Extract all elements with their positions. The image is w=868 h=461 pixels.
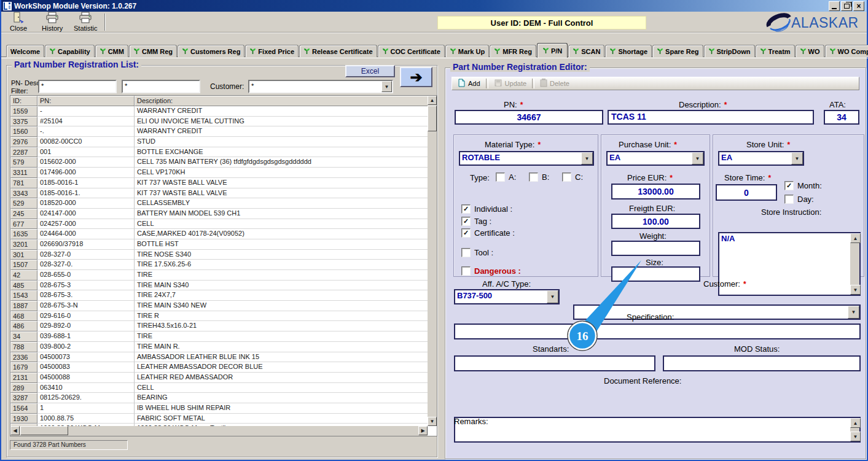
header-pn[interactable]: PN:	[37, 96, 135, 106]
type-option-b[interactable]: B:	[529, 172, 549, 182]
flag-tag[interactable]: ✓Tag :	[461, 217, 491, 226]
customer-combo[interactable]: ▼	[573, 304, 861, 320]
table-row[interactable]: 328708125-20629.BEARING	[10, 393, 428, 403]
table-row[interactable]: 485028-675-3TIRE MAIN S340	[10, 281, 428, 291]
table-row[interactable]: 529018520-000CELLASSEMBLY	[10, 198, 428, 209]
aff-ac-type-combo[interactable]: B737-500 ▼	[454, 289, 560, 304]
delete-button[interactable]: Delete	[535, 77, 574, 90]
tab-treatm[interactable]: Treatm	[756, 45, 795, 57]
table-row[interactable]: 297600082-00CC0STUD	[10, 137, 428, 147]
table-row[interactable]: 1507028-327-0.TIRE 17.5X6.25-6	[10, 260, 428, 270]
table-row[interactable]: 19301000.88.75FABRIC SOFT METAL	[10, 414, 428, 424]
table-row[interactable]: 167904500083LEATHER AMBASSADOR DECOR BLU…	[10, 362, 428, 373]
tab-customers-reg[interactable]: Customers Reg	[178, 45, 244, 57]
checkbox-icon[interactable]	[496, 172, 505, 182]
flag-certificate[interactable]: ✓Certificate :	[461, 228, 515, 238]
minimize-button[interactable]	[829, 1, 840, 11]
checkbox-icon[interactable]: ✓	[461, 217, 471, 226]
tab-shortage[interactable]: Shortage	[605, 45, 652, 57]
type-option-c[interactable]: C:	[562, 172, 583, 182]
size-field[interactable]	[611, 266, 700, 282]
table-row[interactable]: 1635024464-000CASE,MARKED 40178-24(V0905…	[10, 229, 428, 239]
update-button[interactable]: Update	[489, 77, 531, 90]
table-row[interactable]: 33430185-0016-1.KIT 737 WASTE BALL VALVE	[10, 188, 428, 199]
table-row[interactable]: 301028-327-0TIRE NOSE S340	[10, 250, 428, 260]
chevron-down-icon[interactable]: ▼	[692, 152, 703, 165]
restore-button[interactable]	[841, 1, 852, 11]
tab-mfr-reg[interactable]: MFR Reg	[490, 45, 536, 57]
tab-fixed-price[interactable]: Fixed Price	[245, 45, 299, 57]
table-row[interactable]: 3201026690/37918BOTTLE HST	[10, 239, 428, 250]
scroll-down-icon[interactable]: ▼	[428, 417, 437, 426]
specification-field[interactable]	[454, 323, 861, 339]
description-field[interactable]: TCAS 11	[608, 110, 814, 125]
freight-field[interactable]: 100.00	[611, 214, 700, 229]
checkbox-icon[interactable]	[562, 172, 571, 182]
table-row[interactable]: 34039-688-1TIRE	[10, 331, 428, 342]
flag-dangerous[interactable]: Dangerous :	[461, 266, 521, 276]
statistic-button[interactable]: Statistic	[70, 13, 101, 33]
month-checkbox[interactable]: ✓Month:	[784, 181, 822, 190]
table-row[interactable]: 1559-WARRANTY CREDIT	[10, 106, 428, 117]
chevron-down-icon[interactable]: ▼	[581, 152, 593, 165]
checkbox-icon[interactable]: ✓	[461, 228, 471, 238]
mod-status-field[interactable]	[663, 355, 861, 371]
tab-capability[interactable]: Capability	[45, 45, 95, 57]
tab-welcome[interactable]: Welcome	[6, 45, 44, 57]
tab-spare-reg[interactable]: Spare Reg	[652, 45, 703, 57]
pn-filter-input[interactable]: *	[38, 80, 117, 93]
table-row[interactable]: 677024257-000CELL	[10, 219, 428, 230]
purchase-unit-combo[interactable]: EA ▼	[606, 151, 705, 166]
flag-tool[interactable]: Tool :	[461, 248, 493, 257]
tab-mark-up[interactable]: Mark Up	[445, 45, 489, 57]
checkbox-icon[interactable]	[529, 172, 538, 182]
checkbox-icon[interactable]	[461, 248, 471, 257]
tab-wo[interactable]: WO	[796, 45, 824, 57]
scroll-down-icon[interactable]: ▼	[850, 285, 861, 295]
scroll-up-icon[interactable]: ▲	[850, 233, 861, 243]
add-button[interactable]: Add	[452, 77, 485, 90]
type-option-a[interactable]: A:	[496, 172, 516, 182]
table-row[interactable]: 788039-800-2TIRE MAIN R.	[10, 342, 428, 352]
table-vscrollbar[interactable]: ▲ ▼	[428, 96, 437, 426]
table-row[interactable]: 3311017496-000CELL VP170KH	[10, 168, 428, 178]
price-field[interactable]: 13000.00	[611, 184, 700, 200]
chevron-down-icon[interactable]: ▼	[547, 290, 558, 303]
weight-field[interactable]	[611, 241, 700, 256]
desc-filter-input[interactable]: *	[122, 80, 200, 93]
close-window-button[interactable]: ×	[853, 1, 864, 11]
material-type-combo[interactable]: ROTABLE ▼	[459, 151, 594, 166]
tab-stripdown[interactable]: StripDown	[704, 45, 755, 57]
table-row[interactable]: 1560-.WARRANTY CREDIT	[10, 126, 428, 137]
tab-p-n[interactable]: P/N	[537, 43, 568, 58]
textarea-scrollbar[interactable]: ▲ ▼	[850, 233, 859, 295]
table-hscrollbar[interactable]: ◀ ▶	[10, 426, 428, 436]
store-unit-combo[interactable]: EA ▼	[718, 151, 804, 166]
document-reference-textarea[interactable]: ▲ ▼	[454, 417, 861, 443]
chevron-down-icon[interactable]: ▼	[381, 81, 392, 92]
tab-coc-certificate[interactable]: COC Certificate	[378, 45, 445, 57]
chevron-down-icon[interactable]: ▼	[791, 152, 803, 165]
table-row[interactable]: 468029-616-0TIRE R	[10, 311, 428, 322]
scroll-up-icon[interactable]: ▲	[428, 96, 437, 105]
table-row[interactable]: 579015602-000CELL 735 MAIN BATTERY (36) …	[10, 157, 428, 168]
ata-field[interactable]: 34	[824, 110, 859, 125]
table-row[interactable]: 7810185-0016-1KIT 737 WASTE BALL VALVE	[10, 178, 428, 188]
excel-export-button[interactable]: Excel	[345, 65, 395, 77]
table-row[interactable]: 486029-892-0TIREH43.5x16.0-21	[10, 321, 428, 331]
customer-filter-combo[interactable]: * ▼	[248, 80, 393, 93]
table-row[interactable]: 42028-655-0TIRE	[10, 270, 428, 281]
scroll-up-icon[interactable]: ▲	[850, 418, 861, 428]
checkbox-icon[interactable]: ✓	[461, 204, 471, 214]
table-row[interactable]: 3375#25104ELI OU INVOICE METAL CUTTING	[10, 117, 428, 127]
scroll-down-icon[interactable]: ▼	[850, 432, 861, 441]
pn-field[interactable]: 34667	[455, 110, 603, 125]
hscroll-thumb[interactable]	[20, 426, 68, 435]
store-time-field[interactable]: 0	[716, 184, 777, 201]
table-row[interactable]: 213104500088LEATHER RED AMBASSADOR	[10, 373, 428, 383]
scroll-right-icon[interactable]: ▶	[418, 426, 428, 435]
chevron-down-icon[interactable]: ▼	[848, 306, 859, 319]
tab-release-certificate[interactable]: Release Certificate	[299, 45, 377, 57]
table-row[interactable]: 1543028-675-3.TIRE 24X7,7	[10, 290, 428, 301]
table-row[interactable]: 2287001BOTTLE EXCHANGE	[10, 147, 428, 158]
